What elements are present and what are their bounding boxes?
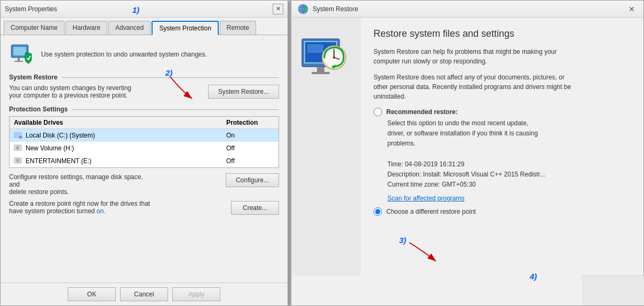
apply-button[interactable]: Apply: [172, 287, 220, 301]
drive-h-protection: Off: [226, 144, 274, 152]
restore-titlebar: System Restore ✕: [291, 1, 643, 18]
create-text-on: on.: [97, 207, 106, 215]
system-restore-button[interactable]: System Restore...: [208, 85, 279, 99]
system-properties-window: System Properties ✕ Computer Name Hardwa…: [0, 0, 288, 306]
svg-point-12: [17, 160, 18, 161]
annotation-label-2: 2): [165, 68, 172, 77]
restore-timezone: Current time zone: GMT+05:30: [387, 181, 476, 188]
svg-rect-22: [312, 72, 330, 74]
svg-rect-21: [317, 67, 324, 72]
recommended-restore-label: Recommended restore:: [386, 108, 458, 116]
svg-point-27: [333, 57, 335, 59]
create-text: Create a restore point right now for the…: [9, 200, 153, 215]
drive-c-icon: [14, 131, 22, 140]
create-button[interactable]: Create...: [231, 201, 279, 215]
drive-c-name: Local Disk (C:) (System): [26, 132, 226, 139]
restore-description: Description: Install: Microsoft Visual C…: [387, 171, 545, 178]
sys-props-titlebar: System Properties ✕: [1, 1, 288, 18]
recommended-restore-section: Recommended restore: Select this option …: [373, 108, 631, 202]
different-restore-label: Choose a different restore point: [386, 208, 476, 215]
tab-system-protection[interactable]: System Protection: [152, 21, 218, 35]
restore-illustration: [297, 28, 355, 94]
drives-table-header: Available Drives Protection: [10, 117, 279, 129]
drive-c-protection: On: [226, 132, 274, 139]
different-restore-radio[interactable]: [373, 207, 382, 216]
create-row: Create a restore point right now for the…: [9, 200, 279, 215]
restore-title-text: System Restore: [313, 5, 358, 13]
drive-row-h[interactable]: New Volume (H:) Off: [10, 142, 279, 155]
bottom-buttons: OK Cancel Apply: [1, 283, 288, 305]
recommended-restore-radio-row: Recommended restore:: [373, 108, 631, 116]
system-restore-row: You can undo system changes by reverting…: [9, 84, 279, 99]
system-restore-window: System Restore ✕: [291, 0, 644, 306]
annotation-label-1: 1): [132, 5, 139, 14]
scan-affected-programs-link[interactable]: Scan for affected programs: [387, 195, 465, 202]
svg-rect-2: [18, 58, 20, 61]
system-restore-description: You can undo system changes by reverting…: [9, 84, 131, 99]
svg-rect-3: [14, 61, 23, 62]
restore-main-title: Restore system files and settings: [373, 28, 631, 39]
drive-e-protection: Off: [226, 157, 274, 165]
recommended-restore-detail: Select this option to undo the most rece…: [387, 118, 631, 190]
restore-footer: < Back Next > Cancel: [582, 276, 644, 305]
restore-desc1: System Restore can help fix problems tha…: [373, 47, 631, 66]
header-section: Use system protection to undo unwanted s…: [9, 42, 279, 67]
annotation-label-4: 4): [530, 272, 537, 281]
svg-point-9: [17, 147, 18, 148]
restore-title-icon: [298, 4, 308, 14]
drives-col-protection-header: Protection: [226, 119, 274, 126]
tab-computer-name[interactable]: Computer Name: [4, 21, 65, 35]
restore-body: Restore system files and settings System…: [291, 18, 643, 276]
protection-settings-header: Protection Settings: [9, 106, 279, 113]
restore-time: Time: 04-08-2019 16:31:29: [387, 160, 464, 168]
drives-table: Available Drives Protection Local Disk (…: [9, 116, 279, 168]
create-text-main: Create a restore point right now for the…: [9, 200, 150, 215]
restore-left-panel: [291, 18, 361, 276]
restore-close-btn[interactable]: ✕: [626, 4, 637, 14]
configure-text: Configure restore settings, manage disk …: [9, 173, 153, 196]
drive-row-c[interactable]: Local Disk (C:) (System) On: [10, 129, 279, 142]
ok-button[interactable]: OK: [68, 287, 116, 301]
sys-props-content: Use system protection to undo unwanted s…: [1, 35, 288, 226]
tab-advanced[interactable]: Advanced: [108, 21, 150, 35]
configure-button[interactable]: Configure...: [226, 173, 279, 187]
shield-icon: [9, 42, 35, 67]
svg-rect-20: [307, 44, 323, 53]
restore-desc2: System Restore does not affect any of yo…: [373, 73, 631, 101]
drive-row-e[interactable]: ENTERTAINMENT (E:) Off: [10, 155, 279, 167]
sys-props-close-btn[interactable]: ✕: [273, 4, 283, 14]
header-text: Use system protection to undo unwanted s…: [41, 51, 207, 58]
different-restore-section: Choose a different restore point: [373, 207, 631, 216]
recommended-restore-radio[interactable]: [373, 108, 382, 116]
tab-remote[interactable]: Remote: [220, 21, 256, 35]
annotation-label-3: 3): [399, 236, 406, 245]
configure-row: Configure restore settings, manage disk …: [9, 173, 279, 196]
sys-props-title: System Properties: [5, 5, 57, 13]
drives-col-name-header: Available Drives: [14, 119, 226, 126]
drive-e-icon: [14, 157, 22, 165]
protection-divider: [72, 109, 279, 110]
svg-rect-1: [13, 47, 26, 55]
system-restore-section-header: System Restore: [9, 74, 279, 81]
different-restore-radio-row: Choose a different restore point: [373, 207, 631, 216]
protection-settings-label: Protection Settings: [9, 106, 68, 113]
tab-hardware[interactable]: Hardware: [66, 21, 107, 35]
drive-e-name: ENTERTAINMENT (E:): [26, 157, 226, 165]
tabs-bar: Computer Name Hardware Advanced System P…: [1, 18, 288, 35]
drive-h-icon: [14, 144, 22, 152]
drive-h-name: New Volume (H:): [26, 144, 226, 152]
cancel-button[interactable]: Cancel: [120, 287, 168, 301]
system-restore-label: System Restore: [9, 74, 58, 81]
